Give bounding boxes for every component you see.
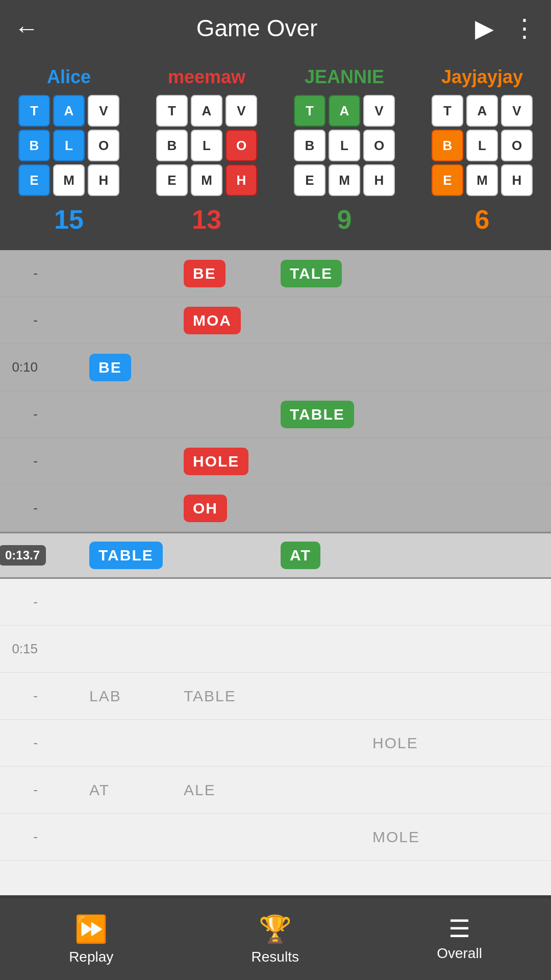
- header: ← Game Over ▶ ⋮: [0, 0, 551, 56]
- more-button[interactable]: ⋮: [512, 14, 537, 42]
- white-word-2-0: LAB: [89, 688, 121, 705]
- tile-2-0: T: [294, 95, 325, 127]
- tile-0-6: E: [18, 164, 50, 196]
- nav-replay[interactable]: ⏩ Replay: [69, 914, 113, 965]
- tile-1-6: E: [156, 164, 188, 196]
- dark-log-row-1: -MOA: [0, 297, 551, 344]
- dark-log-row-5: -OH: [0, 485, 551, 532]
- white-log-time-0: -: [0, 594, 46, 610]
- dark-log-row-4: -HOLE: [0, 438, 551, 485]
- white-log-time-1: 0:15: [0, 641, 46, 657]
- replay-label: Replay: [69, 949, 113, 965]
- tile-3-0: T: [432, 95, 463, 127]
- tile-3-4: L: [466, 130, 498, 161]
- tile-1-5: O: [226, 130, 257, 161]
- nav-results[interactable]: 🏆 Results: [252, 914, 299, 965]
- dark-log-row-2: 0:10BE: [0, 344, 551, 391]
- white-word-4-1: ALE: [184, 781, 216, 799]
- tile-1-0: T: [156, 95, 188, 127]
- tile-grid-2: TAVBLOEMH: [294, 95, 395, 196]
- dark-log-row-3: -TABLE: [0, 391, 551, 438]
- dark-log-entries-2: BE: [46, 344, 551, 390]
- white-log-time-4: -: [0, 782, 46, 798]
- current-time-badge: 0:13.7: [0, 545, 46, 566]
- overall-icon: ☰: [448, 917, 470, 941]
- header-actions: ▶ ⋮: [475, 14, 537, 42]
- tile-0-0: T: [18, 95, 50, 127]
- dark-word-badge-3-0: TABLE: [281, 401, 354, 428]
- current-word-1: AT: [281, 542, 320, 569]
- tile-2-6: E: [294, 164, 325, 196]
- game-log-white: -0:15-LABTABLE-HOLE-ATALE-MOLE: [0, 579, 551, 895]
- dark-word-badge-2-0: BE: [89, 354, 131, 381]
- tile-2-3: B: [294, 130, 325, 161]
- tile-0-3: B: [18, 130, 50, 161]
- white-log-row-0: -: [0, 579, 551, 626]
- tile-0-1: A: [53, 95, 85, 127]
- white-log-entries-2: LABTABLE: [46, 673, 551, 719]
- game-log-dark: -BETALE-MOA0:10BE-TABLE-HOLE-OH0:13.7TAB…: [0, 250, 551, 579]
- tile-grid-0: TAVBLOEMH: [18, 95, 119, 196]
- tile-3-6: E: [432, 164, 463, 196]
- white-log-row-2: -LABTABLE: [0, 673, 551, 720]
- tile-grid-1: TAVBLOEMH: [156, 95, 257, 196]
- white-log-entries-3: HOLE: [46, 720, 551, 766]
- tile-1-1: A: [191, 95, 222, 127]
- player-name-0: Alice: [47, 66, 91, 88]
- tile-3-7: M: [466, 164, 498, 196]
- player-score-1: 13: [192, 204, 221, 235]
- players-section: AliceTAVBLOEMH15meemawTAVBLOEMH13JEANNIE…: [0, 56, 551, 250]
- white-log-time-5: -: [0, 829, 46, 845]
- tile-2-5: O: [363, 130, 395, 161]
- tile-0-8: H: [88, 164, 119, 196]
- player-col-2: JEANNIETAVBLOEMH9: [286, 66, 403, 235]
- player-name-2: JEANNIE: [305, 66, 384, 88]
- white-log-entries-0: [46, 579, 551, 625]
- white-word-3-0: HOLE: [372, 734, 418, 752]
- dark-word-badge-1-0: MOA: [184, 307, 241, 334]
- dark-log-time-0: -: [0, 265, 46, 281]
- white-word-4-0: AT: [89, 781, 110, 799]
- tile-0-2: V: [88, 95, 119, 127]
- white-log-time-2: -: [0, 688, 46, 704]
- nav-overall[interactable]: ☰ Overall: [437, 917, 482, 962]
- current-time-row: 0:13.7TABLEAT: [0, 532, 551, 579]
- tile-3-1: A: [466, 95, 498, 127]
- dark-log-time-5: -: [0, 500, 46, 516]
- dark-word-badge-0-1: TALE: [281, 260, 342, 287]
- player-score-3: 6: [475, 204, 490, 235]
- dark-log-time-4: -: [0, 453, 46, 469]
- tile-2-7: M: [329, 164, 360, 196]
- white-log-time-3: -: [0, 735, 46, 751]
- tile-2-1: A: [329, 95, 360, 127]
- play-button[interactable]: ▶: [475, 14, 494, 42]
- dark-word-badge-0-0: BE: [184, 260, 226, 287]
- page-title: Game Over: [196, 14, 318, 42]
- tile-1-4: L: [191, 130, 222, 161]
- player-name-3: Jayjayjay: [441, 66, 523, 88]
- results-label: Results: [252, 949, 299, 965]
- tile-3-8: H: [501, 164, 533, 196]
- dark-log-entries-5: OH: [46, 485, 551, 531]
- dark-log-row-0: -BETALE: [0, 250, 551, 297]
- tile-1-7: M: [191, 164, 222, 196]
- white-log-row-3: -HOLE: [0, 720, 551, 767]
- dark-log-entries-1: MOA: [46, 297, 551, 344]
- white-log-row-4: -ATALE: [0, 767, 551, 814]
- white-word-2-1: TABLE: [184, 688, 236, 705]
- tile-2-2: V: [363, 95, 395, 127]
- tile-0-5: O: [88, 130, 119, 161]
- tile-1-3: B: [156, 130, 188, 161]
- dark-word-badge-4-0: HOLE: [184, 448, 248, 475]
- white-word-5-0: MOLE: [372, 828, 420, 846]
- tile-grid-3: TAVBLOEMH: [432, 95, 533, 196]
- white-log-row-5: -MOLE: [0, 814, 551, 861]
- tile-0-4: L: [53, 130, 85, 161]
- player-score-0: 15: [54, 204, 84, 235]
- players-row: AliceTAVBLOEMH15meemawTAVBLOEMH13JEANNIE…: [0, 66, 551, 235]
- white-log-row-1: 0:15: [0, 626, 551, 673]
- back-button[interactable]: ←: [14, 14, 39, 42]
- tile-3-3: B: [432, 130, 463, 161]
- tile-2-8: H: [363, 164, 395, 196]
- tile-0-7: M: [53, 164, 85, 196]
